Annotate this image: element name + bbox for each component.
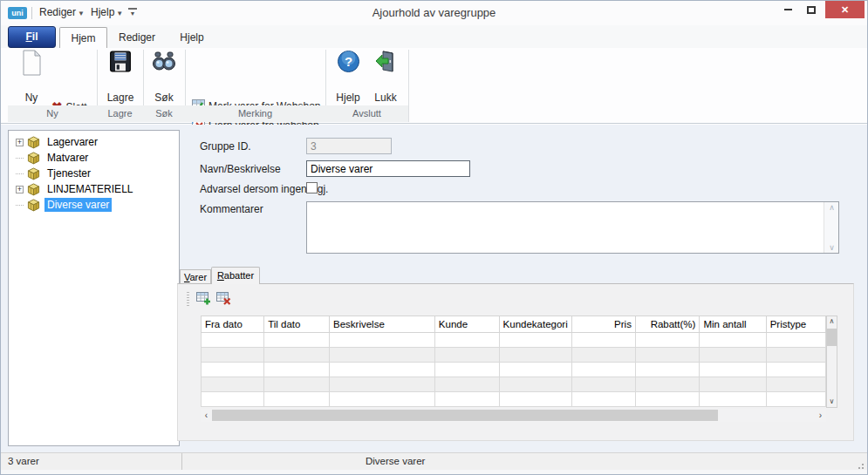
- scrollbar-thumb[interactable]: [827, 329, 837, 346]
- table-cell[interactable]: [571, 333, 635, 348]
- table-cell[interactable]: [434, 348, 499, 363]
- table-cell[interactable]: [330, 333, 435, 348]
- scroll-up-icon[interactable]: ∧: [830, 316, 835, 327]
- tree-item-label[interactable]: LINJEMATERIELL: [44, 182, 135, 196]
- table-cell[interactable]: [499, 363, 571, 377]
- table-cell[interactable]: [202, 377, 264, 392]
- table-cell[interactable]: [264, 348, 330, 363]
- toolbar-grip[interactable]: [187, 292, 189, 306]
- tree-item-matvarer[interactable]: Matvarer: [9, 150, 179, 166]
- scroll-up-icon[interactable]: ∧: [824, 203, 839, 212]
- table-cell[interactable]: [434, 392, 499, 407]
- table-cell[interactable]: [635, 377, 699, 392]
- table-cell[interactable]: [766, 392, 825, 407]
- table-cell[interactable]: [499, 348, 571, 363]
- scroll-left-icon[interactable]: ‹: [201, 411, 212, 420]
- table-cell[interactable]: [434, 333, 499, 348]
- expand-icon[interactable]: +: [16, 139, 24, 146]
- table-cell[interactable]: [330, 392, 435, 407]
- scroll-down-icon[interactable]: ∨: [824, 243, 839, 252]
- col-rabatt[interactable]: Rabatt(%): [635, 316, 699, 333]
- col-fra-dato[interactable]: Fra dato: [202, 316, 264, 333]
- tree-item-label[interactable]: Lagervarer: [44, 135, 100, 149]
- tab-hjelp[interactable]: Hjelp: [167, 27, 217, 48]
- tree-item-linjemateriell[interactable]: + LINJEMATERIELL: [9, 181, 179, 197]
- table-cell[interactable]: [766, 363, 825, 377]
- tree-item-label-selected[interactable]: Diverse varer: [44, 198, 112, 212]
- table-cell[interactable]: [766, 333, 825, 348]
- table-row[interactable]: [202, 333, 826, 348]
- table-cell[interactable]: [202, 333, 264, 348]
- table-cell[interactable]: [766, 377, 825, 392]
- new-button[interactable]: Ny: [11, 50, 51, 104]
- table-cell[interactable]: [202, 348, 264, 363]
- table-cell[interactable]: [700, 392, 766, 407]
- table-cell[interactable]: [264, 333, 330, 348]
- table-cell[interactable]: [330, 348, 435, 363]
- close-button[interactable]: ✕: [825, 1, 865, 18]
- table-cell[interactable]: [700, 348, 766, 363]
- table-cell[interactable]: [330, 363, 435, 377]
- table-cell[interactable]: [264, 377, 330, 392]
- tab-rediger[interactable]: Rediger: [107, 27, 167, 48]
- table-cell[interactable]: [571, 348, 635, 363]
- table-cell[interactable]: [434, 363, 499, 377]
- tree-item-label[interactable]: Matvarer: [44, 151, 91, 165]
- help-button[interactable]: ? Hjelp: [331, 50, 366, 104]
- file-tab-button[interactable]: Fil: [8, 26, 56, 48]
- expand-icon[interactable]: +: [16, 186, 24, 193]
- tree-item-diverse-varer[interactable]: Diverse varer: [9, 197, 179, 213]
- table-row[interactable]: [202, 377, 826, 392]
- table-cell[interactable]: [499, 377, 571, 392]
- save-button[interactable]: Lagre: [99, 50, 141, 104]
- table-cell[interactable]: [635, 333, 699, 348]
- table-cell[interactable]: [635, 348, 699, 363]
- kommentarer-scrollbar[interactable]: ∧ ∨: [824, 202, 838, 253]
- col-beskrivelse[interactable]: Beskrivelse: [330, 316, 435, 333]
- tree-item-label[interactable]: Tjenester: [44, 166, 93, 180]
- table-horizontal-scrollbar[interactable]: ‹ ›: [201, 409, 826, 422]
- table-cell[interactable]: [635, 363, 699, 377]
- table-cell[interactable]: [202, 392, 264, 407]
- tab-varer[interactable]: Varer: [180, 269, 211, 284]
- search-button[interactable]: Søk: [146, 50, 182, 104]
- table-vertical-scrollbar[interactable]: ∧ ∨: [826, 316, 837, 408]
- tab-rabatter[interactable]: Rabatter: [211, 267, 260, 284]
- delete-row-button[interactable]: [216, 291, 231, 306]
- table-cell[interactable]: [499, 392, 571, 407]
- navn-beskrivelse-field[interactable]: [306, 160, 470, 177]
- tree-item-lagervarer[interactable]: + Lagervarer: [9, 134, 179, 150]
- scroll-down-icon[interactable]: ∨: [830, 397, 835, 407]
- scroll-right-icon[interactable]: ›: [815, 411, 826, 420]
- table-cell[interactable]: [766, 348, 825, 363]
- table-cell[interactable]: [700, 363, 766, 377]
- col-til-dato[interactable]: Til dato: [264, 316, 330, 333]
- col-kundekategori[interactable]: Kundekategori: [499, 316, 571, 333]
- table-cell[interactable]: [635, 392, 699, 407]
- table-cell[interactable]: [700, 333, 766, 348]
- col-min-antall[interactable]: Min antall: [700, 316, 766, 333]
- col-pristype[interactable]: Pristype: [766, 316, 825, 333]
- table-cell[interactable]: [571, 363, 635, 377]
- table-cell[interactable]: [571, 377, 635, 392]
- table-row[interactable]: [202, 392, 826, 407]
- maximize-button[interactable]: [803, 1, 819, 18]
- table-cell[interactable]: [434, 377, 499, 392]
- resize-grip[interactable]: [857, 462, 864, 469]
- table-cell[interactable]: [264, 392, 330, 407]
- tree-item-tjenester[interactable]: Tjenester: [9, 166, 179, 181]
- table-cell[interactable]: [264, 363, 330, 377]
- close-window-button[interactable]: Lukk: [367, 50, 404, 104]
- table-cell[interactable]: [571, 392, 635, 407]
- table-cell[interactable]: [700, 377, 766, 392]
- col-pris[interactable]: Pris: [571, 316, 635, 333]
- table-cell[interactable]: [202, 363, 264, 377]
- col-kunde[interactable]: Kunde: [434, 316, 499, 333]
- advarsel-checkbox[interactable]: [306, 182, 318, 193]
- kommentarer-textarea[interactable]: [307, 202, 824, 253]
- add-row-button[interactable]: [196, 291, 211, 306]
- table-row[interactable]: [202, 363, 826, 377]
- scrollbar-thumb[interactable]: [212, 410, 718, 421]
- table-cell[interactable]: [499, 333, 571, 348]
- minimize-button[interactable]: [780, 1, 796, 18]
